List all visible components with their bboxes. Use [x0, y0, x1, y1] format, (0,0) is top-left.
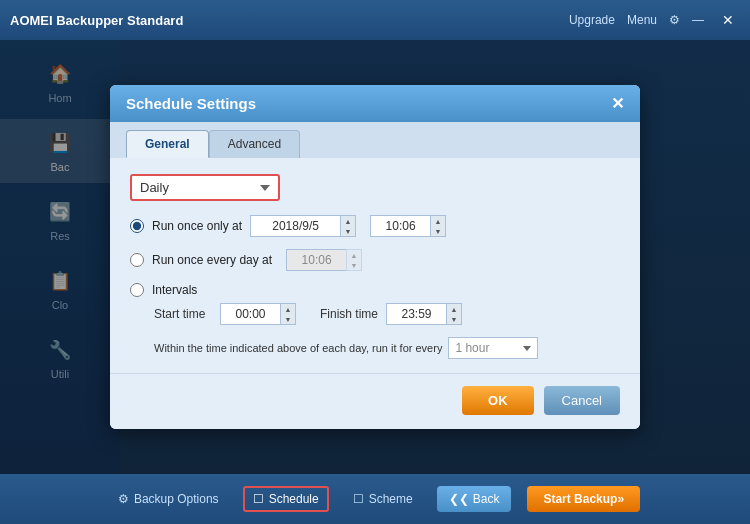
every-day-spinner-down[interactable]: ▼: [347, 260, 361, 270]
app-title: AOMEI Backupper Standard: [10, 13, 183, 28]
cancel-button[interactable]: Cancel: [544, 386, 620, 415]
start-time-input[interactable]: [220, 303, 280, 325]
dialog-footer: OK Cancel: [110, 373, 640, 429]
start-time-spinner-up[interactable]: ▲: [281, 304, 295, 314]
radio-group: Run once only at ▲ ▼ ▲: [130, 215, 620, 359]
time-spinner: ▲ ▼: [430, 215, 446, 237]
frequency-dropdown-row: Daily Weekly Monthly Event triggers USB …: [130, 174, 620, 201]
back-button[interactable]: ❮❮ Back: [437, 486, 512, 512]
start-time-spinner: ▲ ▼: [280, 303, 296, 325]
schedule-button[interactable]: ☐ Schedule: [243, 486, 329, 512]
date-spinner-up[interactable]: ▲: [341, 216, 355, 226]
tab-advanced[interactable]: Advanced: [209, 130, 300, 158]
backup-options-label: Backup Options: [134, 492, 219, 506]
intervals-radio-row: Intervals: [130, 283, 620, 297]
run-once-time-input[interactable]: [370, 215, 430, 237]
dialog-titlebar: Schedule Settings ✕: [110, 85, 640, 122]
date-spinner-down[interactable]: ▼: [341, 226, 355, 236]
finish-time-group: Finish time ▲ ▼: [320, 303, 462, 325]
ok-button[interactable]: OK: [462, 386, 534, 415]
intervals-group: Intervals Start time ▲: [130, 283, 620, 359]
run-once-radio[interactable]: [130, 219, 144, 233]
within-row: Within the time indicated above of each …: [154, 337, 620, 359]
run-every-day-label: Run once every day at: [152, 253, 272, 267]
intervals-radio[interactable]: [130, 283, 144, 297]
dialog-tabs: General Advanced: [110, 122, 640, 158]
start-time-spinner-down[interactable]: ▼: [281, 314, 295, 324]
start-time-input-group: ▲ ▼: [220, 303, 296, 325]
time-spinner-up[interactable]: ▲: [431, 216, 445, 226]
finish-time-spinner: ▲ ▼: [446, 303, 462, 325]
top-bar-right: Upgrade Menu ⚙ — ✕: [569, 10, 740, 30]
time-spinner-down[interactable]: ▼: [431, 226, 445, 236]
schedule-dialog: Schedule Settings ✕ General Advanced Dai…: [110, 85, 640, 429]
run-every-day-radio[interactable]: [130, 253, 144, 267]
run-once-label: Run once only at: [152, 219, 242, 233]
finish-time-input-group: ▲ ▼: [386, 303, 462, 325]
top-bar: AOMEI Backupper Standard Upgrade Menu ⚙ …: [0, 0, 750, 40]
modal-overlay: Schedule Settings ✕ General Advanced Dai…: [0, 40, 750, 474]
intervals-sub-section: Start time ▲ ▼: [154, 303, 620, 359]
finish-time-spinner-up[interactable]: ▲: [447, 304, 461, 314]
dialog-content: Daily Weekly Monthly Event triggers USB …: [110, 158, 640, 373]
chevron-left-icon: ❮❮: [449, 492, 469, 506]
every-day-spinner: ▲ ▼: [346, 249, 362, 271]
schedule-checkbox-icon: ☐: [253, 492, 264, 506]
top-bar-left: AOMEI Backupper Standard: [10, 13, 183, 28]
start-backup-label: Start Backup»: [543, 492, 624, 506]
bottom-bar: ⚙ Backup Options ☐ Schedule ☐ Scheme ❮❮ …: [0, 474, 750, 524]
run-once-date-group: ▲ ▼: [250, 215, 356, 237]
app-background: AOMEI Backupper Standard Upgrade Menu ⚙ …: [0, 0, 750, 524]
every-day-time-group: ▲ ▼: [286, 249, 362, 271]
within-text: Within the time indicated above of each …: [154, 342, 442, 354]
scheme-label: Scheme: [369, 492, 413, 506]
run-every-day-row: Run once every day at ▲ ▼: [130, 249, 620, 271]
back-label: Back: [473, 492, 500, 506]
start-backup-button[interactable]: Start Backup»: [527, 486, 640, 512]
finish-time-label: Finish time: [320, 307, 380, 321]
menu-link[interactable]: Menu: [627, 13, 657, 27]
upgrade-link[interactable]: Upgrade: [569, 13, 615, 27]
finish-time-input[interactable]: [386, 303, 446, 325]
interval-select[interactable]: 1 hour 2 hours 3 hours 4 hours 6 hours 8…: [448, 337, 538, 359]
run-once-row: Run once only at ▲ ▼ ▲: [130, 215, 620, 237]
finish-time-spinner-down[interactable]: ▼: [447, 314, 461, 324]
intervals-label: Intervals: [152, 283, 197, 297]
close-button[interactable]: ✕: [716, 10, 740, 30]
backup-options-button[interactable]: ⚙ Backup Options: [110, 488, 227, 510]
schedule-label: Schedule: [269, 492, 319, 506]
scheme-checkbox-icon: ☐: [353, 492, 364, 506]
intervals-time-row: Start time ▲ ▼: [154, 303, 620, 325]
dialog-close-button[interactable]: ✕: [611, 96, 624, 112]
frequency-select[interactable]: Daily Weekly Monthly Event triggers USB …: [130, 174, 280, 201]
dialog-title: Schedule Settings: [126, 95, 256, 112]
run-once-time-group: ▲ ▼: [370, 215, 446, 237]
start-time-group: Start time ▲ ▼: [154, 303, 296, 325]
minimize-button[interactable]: —: [692, 13, 704, 27]
gear-icon: ⚙: [118, 492, 129, 506]
every-day-time-input[interactable]: [286, 249, 346, 271]
every-day-spinner-up[interactable]: ▲: [347, 250, 361, 260]
scheme-button[interactable]: ☐ Scheme: [345, 488, 421, 510]
start-time-label: Start time: [154, 307, 214, 321]
run-once-date-input[interactable]: [250, 215, 340, 237]
tab-general[interactable]: General: [126, 130, 209, 158]
date-spinner: ▲ ▼: [340, 215, 356, 237]
settings-icon[interactable]: ⚙: [669, 13, 680, 27]
